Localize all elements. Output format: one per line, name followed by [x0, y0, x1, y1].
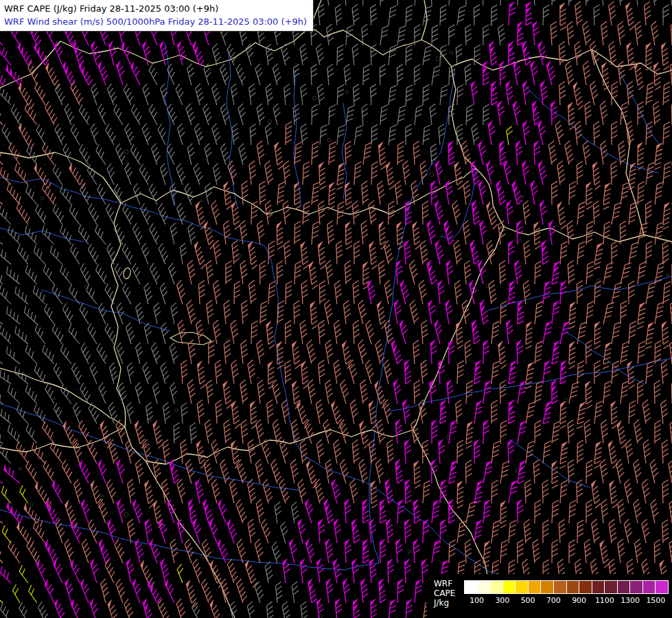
legend-title-variable: CAPE [434, 588, 464, 598]
legend-tick-label: 100 [470, 596, 484, 605]
legend-tick-label: 1300 [621, 596, 640, 605]
legend-swatch [541, 581, 554, 593]
legend-swatch [605, 581, 618, 593]
legend-swatch [567, 581, 580, 593]
legend-swatch [529, 581, 542, 593]
wrf-cape-windshear-map [0, 0, 672, 618]
legend-swatch [643, 581, 656, 593]
legend-swatch [490, 581, 503, 593]
legend-tick-label: 500 [521, 596, 535, 605]
legend-title-unit: J/kg [434, 598, 464, 608]
legend-swatch [656, 581, 668, 593]
legend-title-model: WRF [434, 579, 464, 588]
legend-color-scale [464, 580, 669, 594]
legend-swatch [579, 581, 592, 593]
title-box: WRF CAPE (J/kg) Friday 28-11-2025 03:00 … [0, 0, 314, 32]
legend-tick-label: 700 [546, 596, 561, 605]
legend-tick-label: 1100 [595, 596, 614, 605]
legend-swatch [630, 581, 643, 593]
legend-swatch [618, 581, 631, 593]
legend-tick-label: 900 [572, 596, 586, 605]
map-title-windshear: WRF Wind shear (m/s) 500/1000hPa Friday … [4, 15, 307, 28]
legend-title: WRF CAPE J/kg [427, 574, 464, 618]
legend-swatch [554, 581, 567, 593]
legend-tick-label: 1500 [646, 596, 665, 605]
legend-swatch [515, 581, 529, 593]
map-title-cape: WRF CAPE (J/kg) Friday 28-11-2025 03:00 … [4, 2, 307, 15]
legend-body: 100300500700900110013001500 [464, 574, 669, 618]
legend-swatch [503, 581, 516, 593]
legend-swatch [592, 581, 605, 593]
legend-swatch [465, 581, 478, 593]
legend-swatch [478, 581, 491, 593]
weather-map-viewport: WRF CAPE (J/kg) Friday 28-11-2025 03:00 … [0, 0, 672, 618]
legend-tick-labels: 100300500700900110013001500 [464, 594, 669, 605]
cape-legend: WRF CAPE J/kg 10030050070090011001300150… [427, 574, 672, 618]
legend-tick-label: 300 [495, 596, 509, 605]
